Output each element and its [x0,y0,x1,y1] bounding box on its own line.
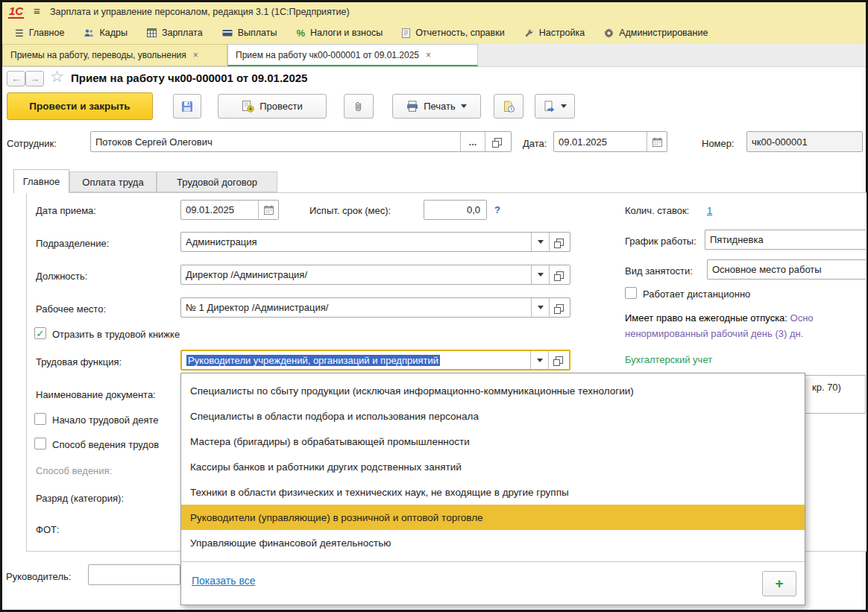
dropdown-item[interactable]: Специалисты в области подбора и использо… [181,403,805,429]
workspace-tab-strip: Приемы на работу, переводы, увольнения ×… [2,44,866,67]
close-icon[interactable]: × [193,50,198,60]
choose-button[interactable]: ... [460,132,485,151]
dropdown-item[interactable]: Техники в области физических и техническ… [181,479,805,505]
hire-date-value: 09.01.2025 [181,204,258,215]
date-value: 09.01.2025 [554,136,647,148]
document-clock-icon [503,101,515,113]
accounting-link[interactable]: Бухгалтерский учет [625,354,712,365]
remote-checkbox[interactable] [625,287,637,299]
save-button[interactable] [173,94,201,119]
document-title: Прием на работу чк00-000001 от 09.01.202… [71,72,307,84]
help-question-icon[interactable]: ? [494,204,500,215]
menu-label: Настройка [539,28,585,38]
print-button[interactable]: Печать [392,94,481,119]
favorite-star-icon[interactable]: ☆ [50,68,64,86]
show-all-link[interactable]: Показать все [192,575,255,587]
workspace-tab-inactive[interactable]: Приемы на работу, переводы, увольнения × [2,44,227,66]
open-button[interactable] [548,351,569,369]
plus-icon: + [775,575,783,592]
menu-item-otchetnost[interactable]: Отчетность, справки [392,22,515,44]
open-button[interactable] [549,298,570,317]
method-label: Способ ведения: [36,465,112,476]
clipped-field: кр. 70) [804,375,866,414]
career-start-label[interactable]: Начало трудовой деяте [52,414,159,426]
employment-combo[interactable]: Основное место работы [707,259,866,280]
vacation-line2[interactable]: ненормированный рабочий день (3) дн. [625,326,866,341]
manager-field[interactable] [88,564,180,585]
position-label: Должность: [36,271,87,282]
schedule-combo[interactable]: Пятидневка [705,230,866,250]
close-icon[interactable]: × [426,50,431,60]
calendar-button[interactable] [647,132,667,151]
date-field[interactable]: 09.01.2025 [553,131,667,152]
main-menu-icon[interactable]: ≡ [34,4,40,17]
calendar-button[interactable] [258,201,278,219]
ellipsis-icon: ... [469,136,477,148]
dropdown-item[interactable]: Мастера (бригадиры) в обрабатывающей про… [181,429,805,454]
labor-book-label[interactable]: Отразить в трудовой книжке [52,329,180,340]
scheduled-document-button[interactable] [494,94,523,119]
labor-book-checkbox[interactable]: ✓ [34,327,46,339]
dropdown-button[interactable] [530,351,548,369]
employee-field[interactable]: Потоков Сергей Олегович ... [90,131,512,152]
menu-item-nalogi[interactable]: % Налоги и взносы [286,22,392,44]
position-combo[interactable]: Директор /Администрация/ [180,265,570,285]
document-arrow-icon [544,101,556,113]
remote-label[interactable]: Работает дистанционно [643,288,750,300]
open-button[interactable] [549,265,570,284]
ledger-method-checkbox[interactable] [34,438,46,449]
paperclip-icon [354,101,363,113]
ledger-method-label[interactable]: Способ ведения трудов [52,439,159,450]
export-button[interactable] [535,94,575,119]
department-value: Администрация [181,236,531,247]
dropdown-button[interactable] [531,265,549,284]
menu-item-kadry[interactable]: Кадры [74,22,136,44]
open-icon [556,356,563,364]
window-title: Зарплата и управление персоналом, редакц… [50,7,350,17]
schedule-label: График работы: [625,236,696,247]
post-button[interactable]: Провести [218,94,327,119]
probation-field[interactable]: 0,0 [424,200,487,220]
open-button[interactable] [549,233,570,251]
menu-item-zarplata[interactable]: Зарплата [137,22,213,44]
add-button[interactable]: + [762,571,796,596]
dropdown-item-highlighted[interactable]: Руководители (управляющие) в розничной и… [181,505,805,530]
hire-date-field[interactable]: 09.01.2025 [180,200,279,220]
dropdown-button[interactable] [531,233,549,251]
manager-label: Руководитель: [6,571,71,582]
department-combo[interactable]: Администрация [180,232,570,252]
form-tab-pay[interactable]: Оплата труда [69,171,157,192]
menu-label: Налоги и взносы [310,28,383,38]
dropdown-item[interactable]: Кассиры банков и работники других родств… [181,454,805,479]
forward-button[interactable]: → [25,71,44,86]
menu-item-administrirovanie[interactable]: Администрирование [594,22,717,44]
career-start-checkbox[interactable] [34,413,46,425]
menu-bar: ☰ Главное Кадры Зарплата Выплаты % Налог… [2,22,866,44]
calendar-icon [652,137,662,147]
dropdown-item[interactable]: Специалисты по сбыту продукции (исключая… [181,378,805,403]
chevron-down-icon [537,359,543,362]
workplace-combo[interactable]: № 1 Директор /Администрация/ [180,297,570,318]
rate-count-link[interactable]: 1 [707,205,712,216]
table-icon [147,28,157,37]
tab-label: Главное [23,176,60,187]
menu-label: Отчетность, справки [415,28,505,38]
menu-label: Зарплата [162,28,203,38]
number-value: чк00-000001 [747,136,862,148]
back-button[interactable]: ← [7,71,25,86]
attachments-button[interactable] [344,94,374,119]
menu-label: Выплаты [238,28,277,38]
dropdown-button[interactable] [531,298,549,317]
menu-item-nastroyka[interactable]: Настройка [515,22,595,44]
labor-function-combo[interactable]: Руководители учреждений, организаций и п… [180,350,570,370]
dropdown-item[interactable]: Управляющие финансовой деятельностью [181,530,805,555]
open-button[interactable] [485,132,511,151]
vacation-link[interactable]: Осно [790,312,814,324]
menu-item-vyplaty[interactable]: Выплаты [213,22,287,44]
workspace-tab-active[interactable]: Прием на работу чк00-000001 от 09.01.202… [227,44,478,66]
form-tab-contract[interactable]: Трудовой договор [157,171,277,192]
post-and-close-button[interactable]: Провести и закрыть [7,92,153,120]
form-tab-main[interactable]: Главное [13,169,69,193]
vacation-info: Имеет право на ежегодные отпуска: Осно н… [625,310,866,341]
menu-item-glavnoe[interactable]: ☰ Главное [5,22,74,44]
